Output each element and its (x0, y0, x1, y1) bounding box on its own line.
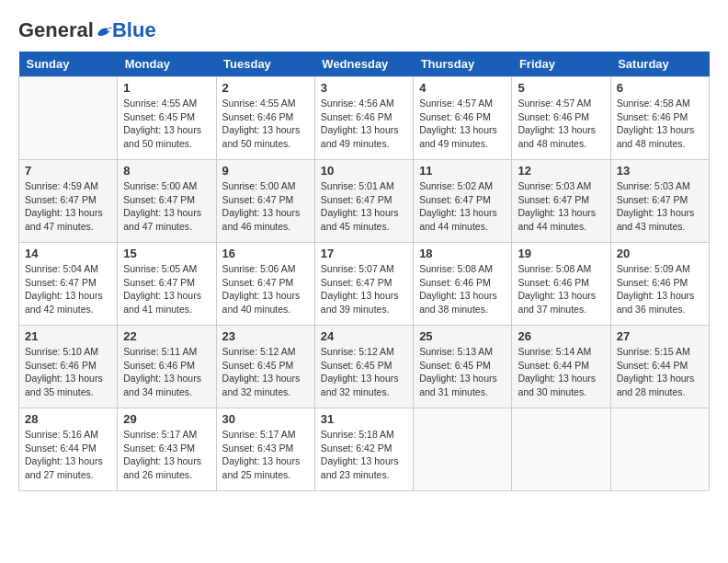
calendar-week-row: 14Sunrise: 5:04 AMSunset: 6:47 PMDayligh… (19, 243, 710, 326)
day-number: 27 (617, 329, 703, 343)
day-info: Sunrise: 5:18 AMSunset: 6:42 PMDaylight:… (321, 428, 407, 482)
day-info: Sunrise: 5:08 AMSunset: 6:46 PMDaylight:… (419, 262, 506, 316)
day-info: Sunrise: 5:11 AMSunset: 6:46 PMDaylight:… (123, 345, 210, 399)
day-info: Sunrise: 5:07 AMSunset: 6:47 PMDaylight:… (321, 262, 407, 316)
day-number: 23 (222, 329, 309, 343)
day-info: Sunrise: 5:16 AMSunset: 6:44 PMDaylight:… (25, 428, 111, 482)
calendar-cell: 15Sunrise: 5:05 AMSunset: 6:47 PMDayligh… (118, 243, 216, 326)
day-info: Sunrise: 5:17 AMSunset: 6:43 PMDaylight:… (123, 428, 210, 482)
calendar-cell: 28Sunrise: 5:16 AMSunset: 6:44 PMDayligh… (19, 408, 118, 491)
day-number: 26 (518, 329, 604, 343)
day-number: 24 (321, 329, 407, 343)
day-info: Sunrise: 4:58 AMSunset: 6:46 PMDaylight:… (617, 97, 703, 151)
day-info: Sunrise: 5:12 AMSunset: 6:45 PMDaylight:… (222, 345, 309, 399)
weekday-header-friday: Friday (512, 52, 610, 77)
calendar-cell: 6Sunrise: 4:58 AMSunset: 6:46 PMDaylight… (610, 77, 709, 160)
day-info: Sunrise: 5:09 AMSunset: 6:46 PMDaylight:… (617, 262, 703, 316)
day-info: Sunrise: 4:57 AMSunset: 6:46 PMDaylight:… (518, 97, 604, 151)
calendar-cell: 19Sunrise: 5:08 AMSunset: 6:46 PMDayligh… (512, 243, 610, 326)
weekday-header-monday: Monday (118, 52, 216, 77)
weekday-header-sunday: Sunday (19, 52, 118, 77)
calendar-cell (414, 408, 512, 491)
day-number: 1 (123, 81, 210, 95)
day-number: 8 (123, 164, 210, 178)
day-number: 15 (123, 247, 210, 260)
calendar-week-row: 1Sunrise: 4:55 AMSunset: 6:45 PMDaylight… (19, 77, 710, 160)
day-number: 11 (419, 164, 506, 178)
day-info: Sunrise: 4:57 AMSunset: 6:46 PMDaylight:… (419, 97, 506, 151)
calendar-cell: 5Sunrise: 4:57 AMSunset: 6:46 PMDaylight… (512, 77, 610, 160)
day-info: Sunrise: 5:03 AMSunset: 6:47 PMDaylight:… (617, 179, 703, 234)
calendar-cell (610, 408, 709, 491)
calendar-cell: 16Sunrise: 5:06 AMSunset: 6:47 PMDayligh… (216, 243, 314, 326)
calendar-cell: 11Sunrise: 5:02 AMSunset: 6:47 PMDayligh… (414, 160, 512, 243)
day-number: 25 (419, 329, 506, 343)
weekday-header-tuesday: Tuesday (216, 52, 314, 77)
calendar-cell (512, 408, 610, 491)
day-number: 12 (518, 164, 604, 178)
day-number: 22 (123, 329, 210, 343)
page-header: General Blue (18, 18, 710, 42)
day-number: 4 (419, 81, 506, 95)
calendar-cell: 13Sunrise: 5:03 AMSunset: 6:47 PMDayligh… (610, 160, 709, 243)
calendar-cell: 2Sunrise: 4:55 AMSunset: 6:46 PMDaylight… (216, 77, 314, 160)
day-info: Sunrise: 4:59 AMSunset: 6:47 PMDaylight:… (25, 179, 111, 234)
day-info: Sunrise: 5:02 AMSunset: 6:47 PMDaylight:… (419, 179, 506, 234)
calendar-cell: 27Sunrise: 5:15 AMSunset: 6:44 PMDayligh… (610, 326, 709, 408)
day-number: 10 (321, 164, 407, 178)
calendar-cell: 7Sunrise: 4:59 AMSunset: 6:47 PMDaylight… (19, 160, 118, 243)
day-number: 7 (25, 164, 111, 178)
calendar-table: SundayMondayTuesdayWednesdayThursdayFrid… (18, 52, 710, 491)
calendar-cell: 14Sunrise: 5:04 AMSunset: 6:47 PMDayligh… (19, 243, 118, 326)
calendar-cell (19, 77, 118, 160)
day-info: Sunrise: 5:06 AMSunset: 6:47 PMDaylight:… (222, 262, 309, 316)
day-info: Sunrise: 5:14 AMSunset: 6:44 PMDaylight:… (518, 345, 604, 399)
calendar-cell: 24Sunrise: 5:12 AMSunset: 6:45 PMDayligh… (314, 326, 413, 408)
day-info: Sunrise: 5:13 AMSunset: 6:45 PMDaylight:… (419, 345, 506, 399)
day-number: 28 (25, 412, 111, 426)
day-info: Sunrise: 5:00 AMSunset: 6:47 PMDaylight:… (222, 179, 309, 234)
calendar-cell: 22Sunrise: 5:11 AMSunset: 6:46 PMDayligh… (118, 326, 216, 408)
calendar-cell: 17Sunrise: 5:07 AMSunset: 6:47 PMDayligh… (314, 243, 413, 326)
day-number: 17 (321, 247, 407, 260)
calendar-cell: 9Sunrise: 5:00 AMSunset: 6:47 PMDaylight… (216, 160, 314, 243)
day-info: Sunrise: 5:01 AMSunset: 6:47 PMDaylight:… (321, 179, 407, 234)
weekday-header-row: SundayMondayTuesdayWednesdayThursdayFrid… (19, 52, 710, 77)
logo: General Blue (18, 18, 156, 42)
day-number: 21 (25, 329, 111, 343)
day-number: 29 (123, 412, 210, 426)
calendar-week-row: 7Sunrise: 4:59 AMSunset: 6:47 PMDaylight… (19, 160, 710, 243)
day-number: 16 (222, 247, 309, 260)
day-info: Sunrise: 5:04 AMSunset: 6:47 PMDaylight:… (25, 262, 111, 316)
calendar-cell: 21Sunrise: 5:10 AMSunset: 6:46 PMDayligh… (19, 326, 118, 408)
calendar-cell: 30Sunrise: 5:17 AMSunset: 6:43 PMDayligh… (216, 408, 314, 491)
calendar-cell: 8Sunrise: 5:00 AMSunset: 6:47 PMDaylight… (118, 160, 216, 243)
day-number: 13 (617, 164, 703, 178)
calendar-week-row: 21Sunrise: 5:10 AMSunset: 6:46 PMDayligh… (19, 326, 710, 408)
day-info: Sunrise: 5:05 AMSunset: 6:47 PMDaylight:… (123, 262, 210, 316)
weekday-header-saturday: Saturday (610, 52, 709, 77)
day-number: 31 (321, 412, 407, 426)
weekday-header-wednesday: Wednesday (314, 52, 413, 77)
day-number: 20 (617, 247, 703, 260)
day-info: Sunrise: 5:03 AMSunset: 6:47 PMDaylight:… (518, 179, 604, 234)
calendar-cell: 25Sunrise: 5:13 AMSunset: 6:45 PMDayligh… (414, 326, 512, 408)
calendar-cell: 29Sunrise: 5:17 AMSunset: 6:43 PMDayligh… (118, 408, 216, 491)
day-number: 18 (419, 247, 506, 260)
day-info: Sunrise: 5:00 AMSunset: 6:47 PMDaylight:… (123, 179, 210, 234)
day-number: 2 (222, 81, 309, 95)
calendar-cell: 1Sunrise: 4:55 AMSunset: 6:45 PMDaylight… (118, 77, 216, 160)
calendar-cell: 12Sunrise: 5:03 AMSunset: 6:47 PMDayligh… (512, 160, 610, 243)
calendar-cell: 31Sunrise: 5:18 AMSunset: 6:42 PMDayligh… (314, 408, 413, 491)
day-number: 30 (222, 412, 309, 426)
day-info: Sunrise: 5:15 AMSunset: 6:44 PMDaylight:… (617, 345, 703, 399)
calendar-cell: 4Sunrise: 4:57 AMSunset: 6:46 PMDaylight… (414, 77, 512, 160)
calendar-cell: 23Sunrise: 5:12 AMSunset: 6:45 PMDayligh… (216, 326, 314, 408)
day-info: Sunrise: 5:10 AMSunset: 6:46 PMDaylight:… (25, 345, 111, 399)
day-number: 19 (518, 247, 604, 260)
day-info: Sunrise: 4:56 AMSunset: 6:46 PMDaylight:… (321, 97, 407, 151)
weekday-header-thursday: Thursday (414, 52, 512, 77)
calendar-cell: 26Sunrise: 5:14 AMSunset: 6:44 PMDayligh… (512, 326, 610, 408)
day-number: 3 (321, 81, 407, 95)
logo-blue-text: Blue (112, 18, 156, 42)
